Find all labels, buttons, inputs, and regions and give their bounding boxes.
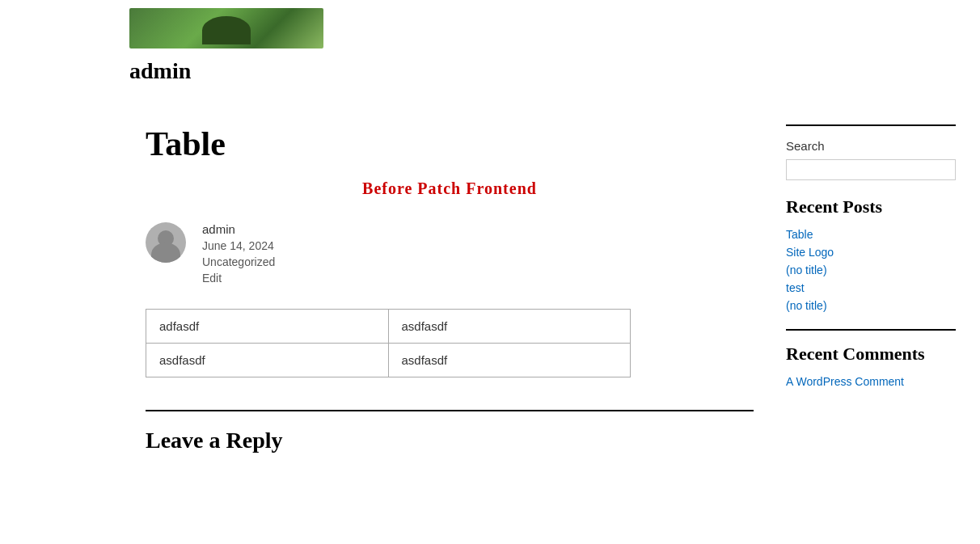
recent-posts-list: TableSite Logo(no title)test(no title) — [786, 227, 956, 313]
sidebar-comments-divider — [786, 329, 956, 331]
table-cell: asdfasdf — [388, 310, 631, 344]
search-input[interactable] — [786, 159, 956, 180]
sidebar-divider — [786, 124, 956, 126]
recent-post-item: test — [786, 280, 956, 295]
header-image — [129, 8, 323, 48]
recent-comment-link[interactable]: A WordPress Comment — [786, 375, 904, 388]
recent-comments-title: Recent Comments — [786, 344, 956, 365]
recent-post-link[interactable]: (no title) — [786, 264, 827, 276]
recent-post-link[interactable]: Site Logo — [786, 246, 834, 259]
search-label: Search — [786, 139, 956, 153]
patch-notice: Before Patch Frontend — [146, 179, 754, 198]
recent-post-item: Site Logo — [786, 245, 956, 259]
table-cell: asdfasdf — [388, 344, 631, 377]
recent-post-link[interactable]: test — [786, 281, 805, 294]
table-row: asdfasdfasdfasdf — [146, 344, 631, 377]
section-divider — [146, 410, 754, 411]
sidebar: Search Recent Posts TableSite Logo(no ti… — [786, 108, 964, 502]
table-row: adfasdfasdfasdf — [146, 310, 631, 344]
recent-post-item: (no title) — [786, 263, 956, 277]
table-cell: adfasdf — [146, 310, 389, 344]
post-title: Table — [146, 124, 754, 163]
post-meta-date: June 14, 2024 — [202, 239, 275, 252]
recent-post-item: (no title) — [786, 298, 956, 313]
author-name: admin — [129, 58, 980, 84]
post-meta-edit[interactable]: Edit — [202, 272, 275, 285]
post-meta-section: admin June 14, 2024 Uncategorized Edit — [146, 222, 754, 285]
post-meta-info: admin June 14, 2024 Uncategorized Edit — [202, 222, 275, 285]
recent-posts-title: Recent Posts — [786, 196, 956, 217]
recent-post-item: Table — [786, 227, 956, 242]
recent-post-link[interactable]: Table — [786, 228, 813, 241]
post-meta-author: admin — [202, 222, 275, 236]
recent-post-link[interactable]: (no title) — [786, 299, 827, 312]
edit-link[interactable]: Edit — [202, 272, 222, 285]
table-cell: asdfasdf — [146, 344, 389, 377]
post-author-avatar — [146, 222, 186, 263]
content-table: adfasdfasdfasdfasdfasdfasdfasdf — [146, 309, 631, 377]
post-meta-category: Uncategorized — [202, 255, 275, 268]
leave-reply-title: Leave a Reply — [146, 428, 754, 453]
